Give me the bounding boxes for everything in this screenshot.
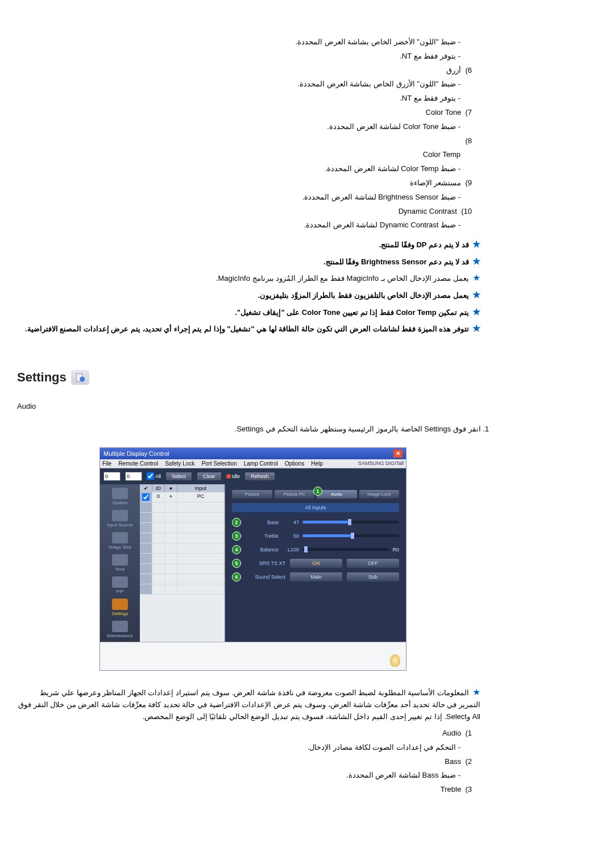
badge-5: 5	[232, 559, 241, 568]
settings-header: Settings	[17, 370, 489, 385]
badge-6: 6	[232, 572, 241, 582]
table-row	[140, 533, 225, 543]
star-note: ★يعمل مصدر الإدخال الخاص بالتلفزيون فقط …	[17, 288, 489, 302]
table-row	[140, 543, 225, 554]
sidebar-item-input[interactable]: Input Source	[107, 510, 132, 528]
star-icon: ★	[472, 307, 480, 317]
srs-off-button[interactable]: OFF	[347, 559, 399, 568]
clear-button[interactable]: Clear	[197, 472, 222, 481]
sidebar-item-time[interactable]: Time	[112, 554, 128, 572]
monitor-icon	[112, 488, 128, 499]
menu-remote[interactable]: Remote Control	[118, 460, 158, 467]
row-srs: 5 SRS TS XT ON OFF	[232, 559, 399, 568]
sidebar-item-settings[interactable]: Settings	[112, 599, 128, 616]
srs-on-button[interactable]: ON	[290, 559, 342, 568]
sidebar-item-system[interactable]: System	[112, 488, 128, 505]
list-num: 6) أزرق	[17, 65, 489, 77]
detail-pane: Picture Picture PC 1Audio Image Lock All…	[225, 484, 406, 642]
tabs: Picture Picture PC 1Audio Image Lock	[232, 490, 399, 499]
wrench-icon	[112, 621, 128, 632]
menu-port[interactable]: Port Selection	[201, 460, 237, 467]
menu-safety[interactable]: Safety Lock	[165, 460, 194, 467]
balance-slider[interactable]	[302, 548, 389, 551]
star-icon: ★	[472, 256, 480, 266]
badge-2: 2	[232, 518, 241, 527]
document-body: - ضبط "اللون" الأخضر الخاص بشاشة العرض ا…	[17, 36, 489, 796]
menu-file[interactable]: File	[102, 460, 111, 467]
col-input: Input	[177, 484, 225, 492]
close-icon[interactable]: ✕	[393, 450, 403, 458]
list-dash: - ضبط Brightness Sensor لشاشة العرض المح…	[17, 192, 489, 203]
image-icon	[112, 532, 128, 543]
table-row[interactable]: 0 ● PC	[140, 492, 225, 502]
bottom-star-note: ★المعلومات الأساسية المطلوبة لضبط الصوت …	[17, 685, 489, 723]
all-inputs-label: All Inputs	[232, 503, 399, 512]
badge-4: 4	[232, 545, 241, 554]
settings-title: Settings	[17, 370, 67, 385]
log-pane	[100, 642, 406, 670]
col-status: ●	[165, 484, 177, 492]
pip-icon	[112, 576, 128, 588]
field-2[interactable]	[125, 472, 142, 481]
list-dash: - ضبط "اللون" الأخضر الخاص بشاشة العرض ا…	[17, 36, 489, 48]
star-note: ★قد لا يتم دعم Brightness Sensor وفقًا ل…	[17, 254, 489, 269]
sidebar-item-pip[interactable]: PIP	[112, 576, 128, 594]
tab-picture[interactable]: Picture	[232, 490, 272, 499]
list-dash: - ضبط "اللون" الأزرق الخاص بشاشة العرض ا…	[17, 78, 489, 90]
bulb-icon	[390, 654, 400, 667]
list-dash: - التحكم في إعدادات الصوت لكافة مصادر ال…	[17, 742, 489, 754]
col-id: ID	[152, 484, 165, 492]
settings-paper-icon	[71, 370, 89, 385]
menubar: File Remote Control Safety Lock Port Sel…	[100, 459, 406, 468]
list-dash: - ضبط Color Temp لشاشة العرض المحددة.	[17, 163, 489, 175]
field-1[interactable]	[103, 472, 121, 481]
table-row	[140, 554, 225, 564]
sound-sub-button[interactable]: Sub	[347, 572, 399, 582]
row-check[interactable]	[142, 493, 150, 501]
table-row	[140, 523, 225, 533]
star-icon: ★	[472, 687, 480, 697]
refresh-button[interactable]: Refresh	[244, 472, 275, 481]
star-icon: ★	[472, 273, 480, 283]
sidebar: System Input Source Image Size Time PIP …	[100, 484, 140, 642]
menu-options[interactable]: Options	[285, 460, 304, 467]
list-num: 8)	[17, 135, 489, 147]
all-checkbox[interactable]: All	[147, 472, 161, 480]
tab-image-lock[interactable]: Image Lock	[359, 490, 400, 499]
tab-picture-pc[interactable]: Picture PC	[275, 490, 315, 499]
star-notes: ★قد لا يتم دعم DP وفقًا للمنتج. ★قد لا ي…	[17, 237, 489, 336]
window-title: Multiple Display Control	[103, 450, 169, 457]
badge-1: 1	[313, 487, 322, 496]
treble-slider[interactable]	[302, 534, 399, 537]
select-button[interactable]: Select	[165, 472, 192, 481]
list-dash: - ضبط Dynamic Contrast لشاشة العرض المحد…	[17, 219, 489, 231]
star-note: ★تتوفر هذه الميزة فقط لشاشات العرض التي …	[17, 321, 489, 336]
tab-audio[interactable]: 1Audio	[317, 490, 357, 499]
idle-radio[interactable]: Idle	[226, 474, 240, 479]
sidebar-item-image[interactable]: Image Size	[109, 532, 131, 550]
top-list: - ضبط "اللون" الأخضر الخاص بشاشة العرض ا…	[17, 36, 489, 231]
slider-bass: 2 Bass 47	[232, 518, 399, 527]
table-row	[140, 564, 225, 574]
step-line: 1. انقر فوق Settings الخاصة بالرموز الرئ…	[17, 425, 489, 433]
list-dash: - ضبط Color Tone لشاشة العرض المحددة.	[17, 121, 489, 133]
grid-pane: ✔ ID ● Input 0 ● PC	[140, 484, 225, 642]
sidebar-item-maintenance[interactable]: Maintenance	[107, 621, 133, 638]
bass-slider[interactable]	[302, 521, 399, 524]
svg-point-1	[80, 376, 85, 381]
list-plain: Color Temp	[17, 149, 489, 161]
main-area: System Input Source Image Size Time PIP …	[100, 484, 406, 642]
menu-help[interactable]: Help	[311, 460, 323, 467]
table-row	[140, 502, 225, 513]
sound-main-button[interactable]: Main	[290, 572, 342, 582]
table-row	[140, 513, 225, 523]
status-dot: ●	[165, 492, 177, 502]
list-dash: - يتوفر فقط مع NT.	[17, 93, 489, 105]
menu-lamp[interactable]: Lamp Control	[244, 460, 278, 467]
list-num: 10) Dynamic Contrast	[17, 206, 489, 218]
grid-header: ✔ ID ● Input	[140, 484, 225, 492]
star-icon: ★	[472, 239, 480, 249]
dialog-figure: Multiple Display Control ✕ File Remote C…	[17, 447, 489, 671]
star-note: ★يعمل مصدر الإدخال الخاص بـ MagicInfo فق…	[17, 271, 489, 285]
audio-label: Audio	[17, 402, 489, 410]
